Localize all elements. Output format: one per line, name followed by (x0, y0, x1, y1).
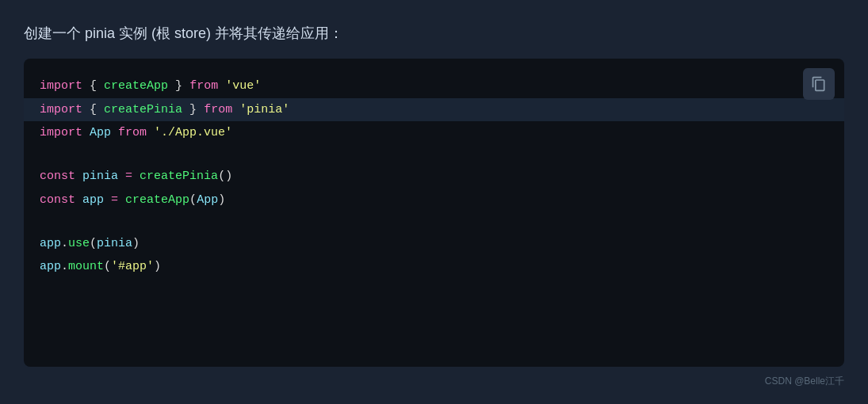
code-token: . (61, 237, 68, 250)
code-line: const pinia = createPinia() (40, 165, 828, 189)
code-token (111, 126, 118, 139)
code-token: App (90, 126, 111, 139)
code-token: app (40, 260, 61, 273)
code-token (218, 79, 225, 93)
code-token: const (40, 193, 75, 207)
page-title: 创建一个 pinia 实例 (根 store) 并将其传递给应用： (24, 24, 844, 43)
code-token (97, 103, 104, 116)
code-token (168, 79, 175, 93)
code-token: { (90, 103, 97, 116)
code-token: import (40, 126, 82, 139)
code-token (232, 103, 239, 116)
code-token (132, 170, 140, 183)
code-token: { (90, 79, 97, 93)
code-token: App (197, 193, 218, 207)
code-token: mount (68, 260, 104, 273)
code-line: app.mount('#app') (40, 255, 828, 279)
code-line: const app = createApp(App) (40, 189, 828, 212)
code-token: pinia (82, 170, 118, 183)
code-token (104, 193, 111, 207)
code-token (75, 170, 82, 183)
code-token: app (40, 237, 61, 250)
code-token: ( (90, 237, 97, 250)
code-token (82, 79, 90, 93)
code-token: createPinia (104, 103, 182, 116)
code-token (147, 126, 154, 139)
code-token: . (61, 260, 68, 273)
code-token: ) (218, 193, 225, 207)
code-token: './App.vue' (154, 126, 232, 139)
code-token (197, 103, 204, 116)
code-token: use (68, 237, 90, 250)
code-token: } (189, 103, 197, 116)
code-token: ) (132, 237, 140, 250)
empty-line (40, 145, 828, 166)
code-token (118, 193, 125, 207)
code-token: from (204, 103, 232, 116)
code-token: = (125, 170, 132, 183)
code-token (182, 103, 189, 116)
code-token: ( (104, 260, 111, 273)
code-token: createApp (125, 193, 189, 207)
code-token: from (189, 79, 218, 93)
code-token (118, 170, 125, 183)
code-token: app (82, 193, 104, 207)
footer: CSDN @Belle江千 (24, 375, 844, 388)
code-token (182, 79, 189, 93)
code-token (75, 193, 82, 207)
code-token: import (40, 103, 82, 116)
code-token: 'vue' (225, 79, 261, 93)
code-container: import { createApp } from 'vue'import { … (24, 59, 844, 367)
code-line: import { createPinia } from 'pinia' (24, 98, 844, 122)
code-block: import { createApp } from 'vue'import { … (24, 59, 844, 295)
code-token: = (111, 193, 118, 207)
code-token: pinia (97, 237, 132, 250)
code-token (82, 103, 90, 116)
code-token: ) (154, 260, 161, 273)
code-token: '#app' (111, 260, 154, 273)
code-line: import App from './App.vue' (40, 121, 828, 145)
code-token: const (40, 170, 75, 183)
code-token: 'pinia' (239, 103, 289, 116)
code-token: () (218, 170, 232, 183)
clipboard-icon (811, 76, 827, 92)
code-token: import (40, 79, 82, 93)
code-token: ( (189, 193, 197, 207)
empty-line (40, 212, 828, 232)
code-token (82, 126, 90, 139)
copy-button[interactable] (803, 68, 835, 100)
code-line: app.use(pinia) (40, 232, 828, 256)
code-token: createApp (104, 79, 168, 93)
code-line: import { createApp } from 'vue' (40, 74, 828, 98)
code-token (97, 79, 104, 93)
code-token: from (118, 126, 147, 139)
code-token: createPinia (140, 170, 218, 183)
code-token: } (175, 79, 182, 93)
